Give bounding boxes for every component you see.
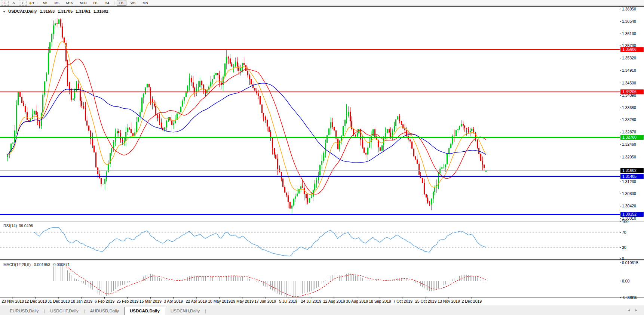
current-price-label-text: 1.31602 xyxy=(622,168,637,173)
price-tick: 1.36130 xyxy=(622,31,636,36)
timeframe-group: M1M5M15M30H1H4D1W1MN xyxy=(39,0,151,6)
level-price-label-text: 1.32700 xyxy=(622,135,637,139)
rsi-value: 39.0496 xyxy=(19,223,33,228)
price-tick: 1.32460 xyxy=(622,142,636,146)
chevron-down-icon: ▾ xyxy=(33,1,34,5)
timeframe-button-m5[interactable]: M5 xyxy=(52,0,62,6)
date-tick: 15 Mar 2019 xyxy=(139,299,162,303)
symbol-tabbar: EURUSD,Daily|USDCHF,Daily|AUDUSD,DailyUS… xyxy=(0,305,644,315)
date-tick: 6 Feb 2019 xyxy=(95,299,114,303)
chart-title: ▼ USDCAD,Daily 1.31553 1.31705 1.31461 1… xyxy=(3,9,110,13)
rsi-name: RSI(14) xyxy=(3,223,17,228)
date-tick: 13 Nov 2019 xyxy=(438,299,460,303)
tab-separator: | xyxy=(205,307,206,315)
price-tick: 1.34910 xyxy=(622,68,636,72)
price-tick: 1.33680 xyxy=(622,105,636,110)
text-label-icon[interactable]: T xyxy=(19,0,27,6)
date-tick: 18 Jan 2019 xyxy=(71,299,92,303)
timeframe-button-m30[interactable]: M30 xyxy=(77,0,89,6)
toolbar: F A T ◆ ▾ ⁞ M1M5M15M30H1H4D1W1MN xyxy=(0,0,644,6)
date-tick: 17 Jun 2019 xyxy=(254,299,276,303)
toolbar-separator xyxy=(114,1,114,5)
tab-scroll-right-icon[interactable]: ► xyxy=(635,308,638,312)
timeframe-button-h1[interactable]: H1 xyxy=(91,0,101,6)
collapse-arrow-icon[interactable]: ▼ xyxy=(3,10,6,13)
tab-usdchf[interactable]: USDCHF,Daily xyxy=(45,307,83,315)
rsi-tick: 70 xyxy=(622,230,626,235)
rsi-indicator-label: RSI(14)39.0496 xyxy=(3,223,33,228)
date-tick: 30 Aug 2019 xyxy=(346,299,368,303)
trading-terminal: F A T ◆ ▾ ⁞ M1M5M15M30H1H4D1W1MN 1.36950… xyxy=(0,0,644,315)
date-tick: 31 Dec 2018 xyxy=(47,299,70,303)
tab-audusd[interactable]: AUDUSD,Daily xyxy=(85,307,124,315)
ohlc-high: 1.31705 xyxy=(58,9,73,13)
level-price-label-text: 1.30152 xyxy=(622,212,637,216)
ohlc-open: 1.31553 xyxy=(40,9,55,13)
symbol-label: USDCAD,Daily xyxy=(8,9,37,13)
price-tick: 1.36950 xyxy=(622,7,636,11)
level-price-label-text: 1.31405 xyxy=(622,174,637,179)
date-tick: 23 Nov 2018 xyxy=(1,299,24,303)
date-tick: 22 Apr 2019 xyxy=(186,299,207,303)
price-tick: 1.30420 xyxy=(622,204,636,208)
chart-window[interactable]: 1.369501.365401.361301.357301.353201.349… xyxy=(0,7,644,305)
tab-scroll-left-icon[interactable]: ◄ xyxy=(627,308,631,312)
tab-usdcnh[interactable]: USDCNH,Daily xyxy=(165,307,205,315)
tab-usdcad[interactable]: USDCAD,Daily xyxy=(124,307,165,315)
date-tick: 3 Apr 2019 xyxy=(164,299,183,303)
price-tick: 1.36540 xyxy=(622,19,636,24)
date-tick: 7 Oct 2019 xyxy=(393,299,413,303)
level-price-label-text: 1.35606 xyxy=(622,47,637,52)
date-tick: 24 Jul 2019 xyxy=(301,299,321,303)
fibonacci-icon[interactable]: F xyxy=(1,0,9,6)
date-tick: 12 Dec 2018 xyxy=(25,299,47,303)
date-tick: 29 May 2019 xyxy=(231,299,254,303)
date-tick: 25 Oct 2019 xyxy=(415,299,436,303)
price-tick: 1.32050 xyxy=(622,155,636,159)
price-tick: 1.31230 xyxy=(622,179,636,184)
timeframe-button-mn[interactable]: MN xyxy=(140,0,151,6)
date-tick: 25 Feb 2019 xyxy=(116,299,138,303)
macd-value-signal: -0.000571 xyxy=(52,262,70,267)
macd-value-main: -0.001953 xyxy=(33,262,50,267)
price-chart[interactable]: 1.369501.365401.361301.357301.353201.349… xyxy=(0,7,644,305)
shapes-icon[interactable]: ◆ ▾ xyxy=(28,0,35,5)
date-tick: 2 Dec 2019 xyxy=(462,299,482,303)
rsi-tick: 100 xyxy=(622,219,629,224)
text-icon[interactable]: A xyxy=(10,0,17,5)
price-tick: 1.30830 xyxy=(622,191,636,196)
ohlc-close: 1.31602 xyxy=(93,9,108,13)
timeframe-button-h4[interactable]: H4 xyxy=(102,0,112,6)
price-tick: 1.35320 xyxy=(622,56,636,60)
timeframe-button-d1[interactable]: D1 xyxy=(117,0,126,6)
toolbar-grip: ⁞ xyxy=(37,1,38,4)
price-tick: 1.34500 xyxy=(622,81,636,85)
macd-tick: 0.010615 xyxy=(622,260,638,265)
date-tick: 12 Aug 2019 xyxy=(323,299,345,303)
diamond-icon: ◆ xyxy=(29,1,31,5)
ohlc-low: 1.31461 xyxy=(76,9,91,13)
date-tick: 5 Jul 2019 xyxy=(279,299,297,303)
timeframe-button-m1[interactable]: M1 xyxy=(40,0,50,6)
level-price-label-text: 1.34206 xyxy=(622,89,637,94)
price-tick: 1.32870 xyxy=(622,130,636,134)
tab-eurusd[interactable]: EURUSD,Daily xyxy=(4,307,44,315)
date-tick: 18 Sep 2019 xyxy=(369,299,391,303)
timeframe-button-m15[interactable]: M15 xyxy=(64,0,76,6)
macd-tick: 0.00 xyxy=(622,279,630,283)
macd-name: MACD(12,26,9) xyxy=(3,262,31,267)
price-tick: 1.33280 xyxy=(622,117,636,122)
date-tick: 10 May 2019 xyxy=(208,299,231,303)
timeframe-button-w1[interactable]: W1 xyxy=(128,0,138,6)
macd-tick: -0.00918 xyxy=(622,295,638,300)
macd-indicator-label: MACD(12,26,9)-0.001953-0.000571 xyxy=(3,262,70,267)
rsi-tick: 30 xyxy=(622,245,626,250)
